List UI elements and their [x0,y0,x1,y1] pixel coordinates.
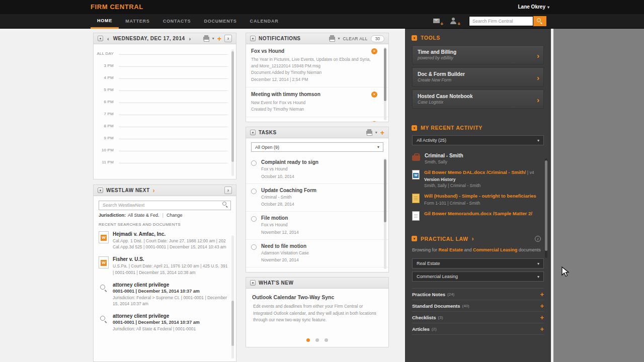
activity-filter-dropdown[interactable]: All Activity (25) [412,135,544,145]
print-options-caret-icon[interactable] [212,36,214,41]
category-row-practice-notes[interactable]: Practice Notes (24) [412,289,544,300]
expand-category-icon[interactable] [540,325,544,333]
tab-calendar[interactable]: CALENDAR [244,14,285,29]
scrollbar-thumb[interactable] [231,301,234,346]
carousel-dot[interactable] [315,338,319,342]
next-day-icon[interactable] [188,36,192,42]
expand-category-icon[interactable] [540,314,544,321]
scrollbar[interactable] [545,158,547,258]
expand-category-icon[interactable] [540,302,544,310]
add-task-button[interactable] [380,130,384,136]
carousel-dot[interactable] [306,338,310,342]
notification-item[interactable]: Meeting with timmy thomson New Event for… [246,87,388,117]
collapse-tasks-icon[interactable] [250,130,256,135]
dismiss-notification-icon[interactable] [371,48,377,54]
notification-title[interactable]: Fox vs Hound [251,48,375,54]
calendar-slot-row[interactable]: 8 PM [94,121,236,133]
tool-card-time-and-billing[interactable]: Time and Billing powered by eBillity [412,45,544,64]
activity-item[interactable]: Gil Bower Memorandum.docx /Sample Matter… [405,208,551,223]
tab-home[interactable]: HOME [91,14,119,29]
westlaw-search-input[interactable] [99,201,231,210]
collapse-calendar-icon[interactable] [98,36,103,41]
new-message-icon[interactable] [433,17,441,25]
add-event-button[interactable] [217,36,221,42]
search-input[interactable] [469,16,533,26]
task-complete-checkbox[interactable] [251,160,257,166]
expand-calendar-button[interactable] [224,35,232,42]
add-contact-icon[interactable] [450,17,458,25]
westlaw-result-item[interactable]: attorney client privilege 0001-0001 | De… [94,279,236,311]
task-title[interactable]: File motion [261,215,299,221]
westlaw-result-item[interactable]: Hejmadi v. Amfac, Inc. Cal.App. 1 Dist. … [94,228,236,254]
task-item[interactable]: Complaint ready to sign Fox vs Hound Oct… [246,156,388,184]
calendar-slot-row[interactable]: 3 PM [94,60,236,72]
tab-matters[interactable]: MATTERS [119,14,156,29]
result-title[interactable]: Hejmadi v. Amfac, Inc. [113,231,229,237]
collapse-whats-new-icon[interactable] [250,280,256,286]
collapse-notification-icon[interactable] [371,121,377,122]
dismiss-notification-icon[interactable] [371,92,377,98]
scrollbar[interactable] [384,47,386,120]
print-icon[interactable] [203,37,209,40]
calendar-slot-row[interactable]: 9 PM [94,133,236,145]
tasks-filter-dropdown[interactable]: All Open (9) [251,142,383,152]
tool-card-hosted-case-notebook[interactable]: Hosted Case Notebook Case Logistix [412,89,544,109]
activity-item[interactable]: Gil Bower Memo DAL.docx /Criminal - Smit… [405,167,551,191]
expand-category-icon[interactable] [540,291,544,298]
info-icon[interactable] [535,236,541,242]
user-menu[interactable]: Lane Okrey [518,0,550,15]
collapse-notifications-icon[interactable] [250,36,256,41]
task-complete-checkbox[interactable] [251,189,257,194]
collapse-practical-law-icon[interactable] [412,236,417,241]
collapse-activity-icon[interactable] [412,125,417,131]
clear-all-button[interactable]: CLEAR ALL [343,36,368,41]
category-row-standard-documents[interactable]: Standard Documents (40) [412,300,544,312]
notification-item[interactable]: Fox vs Hound The Year in Pictures, Live … [246,44,388,87]
collapse-westlaw-icon[interactable] [98,188,103,193]
print-options-caret-icon[interactable] [338,36,340,41]
activity-title[interactable]: Criminal - Smith [425,153,463,158]
carousel-dot[interactable] [325,338,328,342]
print-options-caret-icon[interactable] [375,130,377,135]
scrollbar[interactable] [384,158,386,269]
calendar-day-grid[interactable]: ALL DAY 3 PM 4 PM 5 PM 6 PM 7 PM 8 PM 9 … [94,44,236,169]
calendar-slot-row[interactable]: 10 PM [94,145,236,157]
notification-title[interactable]: Agappend Clar [251,121,375,122]
result-title[interactable]: Fisher v. U.S. [113,256,229,262]
tab-contacts[interactable]: CONTACTS [156,14,198,29]
browsing-area-1[interactable]: Real Estate [439,247,463,252]
expand-westlaw-button[interactable] [224,187,232,194]
westlaw-result-item[interactable]: attorney client privilege 0001-0001 | De… [94,310,236,335]
scrollbar-thumb[interactable] [384,159,386,222]
calendar-slot-row[interactable]: 5 PM [94,84,236,97]
calendar-slot-row[interactable]: 6 PM [94,97,236,109]
task-complete-checkbox[interactable] [251,216,257,222]
category-row-articles[interactable]: Articles (2) [412,323,544,335]
topic-dropdown[interactable]: Commercial Leasing [412,272,544,282]
notification-item[interactable]: Agappend Clar [246,117,388,122]
task-item[interactable]: File motion Fox vs Hound November 12, 20… [246,212,388,240]
notification-title[interactable]: Meeting with timmy thomson [251,92,375,97]
task-title[interactable]: Update Coaching Form [261,188,316,193]
task-item[interactable]: Need to file motion Adamson Visitation C… [246,240,388,268]
tab-documents[interactable]: DOCUMENTS [197,14,243,29]
calendar-slot-row[interactable]: 7 PM [94,109,236,121]
category-row-checklists[interactable]: Checklists (3) [412,312,544,323]
result-title[interactable]: attorney client privilege [113,282,229,288]
print-icon[interactable] [329,37,335,40]
scrollbar-thumb[interactable] [545,160,547,251]
westlaw-link-icon[interactable] [153,187,155,194]
version-history-label[interactable]: Version History [424,177,534,182]
task-item[interactable]: Update Coaching Form Criminal - Smith Oc… [246,184,388,212]
task-title[interactable]: Complaint ready to sign [261,159,318,165]
practical-law-link-icon[interactable] [472,235,474,242]
scrollbar-thumb[interactable] [384,48,386,101]
calendar-slot-row[interactable]: 11 PM [94,157,236,169]
westlaw-result-item[interactable]: Fisher v. U.S. U.S.Pa. | Court Date: Apr… [94,253,236,279]
change-jurisdiction-link[interactable]: Change [167,213,183,218]
calendar-slot-row[interactable]: ALL DAY [94,48,236,60]
browsing-area-2[interactable]: Commercial Leasing [473,247,517,252]
brand-logo[interactable]: FIRM CENTRAL [91,0,143,14]
task-complete-checkbox[interactable] [251,244,257,250]
scrollbar-thumb[interactable] [231,51,234,162]
